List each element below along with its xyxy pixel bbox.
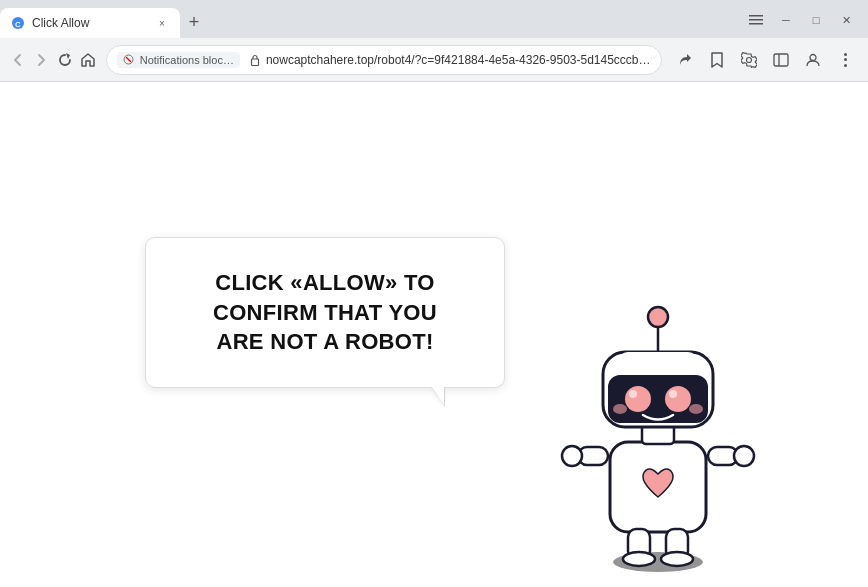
svg-point-11 (810, 54, 816, 60)
tab-title: Click Allow (32, 16, 148, 30)
title-bar: C Click Allow × + ─ □ ✕ (0, 0, 868, 38)
toolbar-right-buttons (670, 45, 860, 75)
bubble-line2: ARE NOT A ROBOT! (216, 329, 433, 354)
svg-point-27 (669, 390, 677, 398)
tab-favicon: C (10, 15, 26, 31)
window-controls: ─ □ ✕ (742, 8, 860, 38)
address-bar[interactable]: Notifications bloc… nowcaptchahere.top/r… (106, 45, 662, 75)
bubble-text: CLICK «ALLOW» TO CONFIRM THAT YOU ARE NO… (181, 268, 469, 357)
back-button[interactable] (8, 45, 27, 75)
extensions-button[interactable] (734, 45, 764, 75)
close-button[interactable]: ✕ (832, 8, 860, 32)
share-button[interactable] (670, 45, 700, 75)
svg-rect-2 (749, 15, 763, 17)
svg-point-26 (629, 390, 637, 398)
chrome-menu-button[interactable] (830, 45, 860, 75)
address-text: nowcaptchahere.top/robot4/?c=9f421884-4e… (266, 53, 651, 67)
bookmark-button[interactable] (702, 45, 732, 75)
tab-close-button[interactable]: × (154, 15, 170, 31)
svg-point-21 (648, 307, 668, 327)
reload-button[interactable] (55, 45, 74, 75)
robot-svg (538, 257, 778, 577)
sidebar-button[interactable] (766, 45, 796, 75)
svg-point-25 (665, 386, 691, 412)
svg-rect-7 (251, 59, 258, 66)
bubble-line1: CLICK «ALLOW» TO CONFIRM THAT YOU (213, 270, 437, 325)
three-dots-icon (841, 49, 850, 71)
browser-toolbar: Notifications bloc… nowcaptchahere.top/r… (0, 38, 868, 82)
lock-icon (250, 54, 260, 66)
svg-point-17 (734, 446, 754, 466)
svg-point-24 (625, 386, 651, 412)
svg-rect-23 (608, 375, 708, 423)
svg-rect-9 (774, 54, 788, 66)
notification-blocked-text: Notifications bloc… (140, 54, 234, 66)
svg-point-29 (689, 404, 703, 414)
minimize-button[interactable]: ─ (772, 8, 800, 32)
forward-button[interactable] (31, 45, 50, 75)
new-tab-button[interactable]: + (180, 8, 208, 36)
svg-point-8 (747, 57, 752, 62)
svg-point-33 (661, 552, 693, 566)
notification-blocked-badge: Notifications bloc… (117, 52, 240, 68)
home-button[interactable] (78, 45, 97, 75)
profile-button[interactable] (798, 45, 828, 75)
chrome-window: C Click Allow × + ─ □ ✕ (0, 0, 868, 587)
svg-point-32 (623, 552, 655, 566)
speech-bubble: CLICK «ALLOW» TO CONFIRM THAT YOU ARE NO… (145, 237, 505, 388)
tab-strip: C Click Allow × + (0, 0, 742, 38)
svg-point-28 (613, 404, 627, 414)
active-tab[interactable]: C Click Allow × (0, 8, 180, 38)
svg-rect-3 (749, 19, 763, 21)
page-content: CLICK «ALLOW» TO CONFIRM THAT YOU ARE NO… (0, 82, 868, 587)
svg-rect-4 (749, 23, 763, 25)
svg-line-6 (126, 57, 131, 62)
robot-illustration (538, 257, 778, 577)
svg-point-15 (562, 446, 582, 466)
maximize-button[interactable]: □ (802, 8, 830, 32)
svg-text:C: C (15, 20, 21, 29)
chrome-menu-icon[interactable] (742, 8, 770, 32)
